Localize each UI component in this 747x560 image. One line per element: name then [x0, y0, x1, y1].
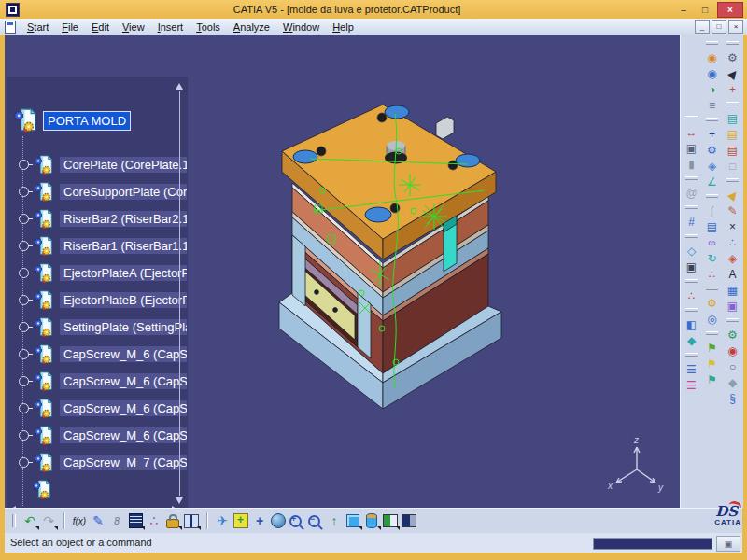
tree-item-7[interactable]: SettingPlate (SettingPlate.1	[13, 314, 188, 341]
tree-item-6[interactable]: EjectorPlateB (EjectorPlateB	[13, 287, 188, 314]
more-options-caret-icon[interactable]	[141, 526, 145, 530]
toolbar-grip[interactable]	[685, 205, 698, 209]
doc-icon[interactable]: □	[724, 158, 741, 174]
sync-icon[interactable]: ↻	[703, 250, 721, 266]
toolbar-grip[interactable]	[706, 331, 718, 335]
undo-button[interactable]: ↶	[21, 511, 38, 530]
compass-icon[interactable]: +	[703, 126, 721, 142]
toolbar-grip[interactable]	[685, 279, 698, 283]
solids-icon[interactable]: ◈	[703, 158, 721, 174]
tree-item-label[interactable]: CapScrew_M_7 (CapScrew_	[60, 455, 187, 470]
more-options-caret-icon[interactable]	[35, 526, 39, 530]
tree-item-11[interactable]: CapScrew_M_6 (CapScrew_	[13, 422, 188, 449]
design-table-button[interactable]	[127, 511, 144, 530]
gear-doc-blue-icon[interactable]: ▤	[724, 110, 741, 126]
tree-item-label[interactable]: RiserBar2 (RiserBar2.1)	[60, 211, 187, 227]
tree-item-2[interactable]: CoreSupportPlate (CoreSup	[13, 178, 188, 205]
expand-toggle-icon[interactable]	[19, 403, 29, 413]
formula-button[interactable]: f(x)	[71, 511, 88, 530]
split-view-button[interactable]	[183, 511, 200, 530]
tree-item-5[interactable]: EjectorPlateA (EjectorPlateA	[13, 259, 188, 287]
menu-tools[interactable]: Tools	[190, 21, 227, 33]
globe-camera-icon[interactable]: ◉	[703, 65, 721, 81]
menu-analyze[interactable]: Analyze	[227, 21, 276, 33]
zoom-out-button[interactable]	[307, 511, 324, 530]
tree-item-label[interactable]: EjectorPlateA (EjectorPlateA	[60, 265, 187, 281]
expand-toggle-icon[interactable]	[19, 457, 29, 468]
tree-list-icon[interactable]: ☰	[683, 361, 700, 377]
menu-edit[interactable]: Edit	[85, 21, 116, 33]
expand-toggle-icon[interactable]	[19, 268, 29, 278]
stretch-view-icon[interactable]: ↔	[683, 124, 700, 140]
toolbar-grip[interactable]	[685, 308, 698, 312]
shaded-view-button[interactable]	[363, 511, 380, 530]
lasso-icon[interactable]: ○	[724, 358, 741, 374]
paint-disc-icon[interactable]: ◉	[703, 49, 721, 65]
grid-axes-icon[interactable]: #	[683, 214, 700, 230]
fly-mode-button[interactable]: ✈	[214, 511, 231, 530]
boxes-icon[interactable]: ◈	[724, 250, 741, 266]
gear-update-icon[interactable]: ⚙	[724, 327, 741, 343]
paint-box-icon[interactable]: ◆	[683, 332, 700, 348]
record-icon[interactable]: ◉	[724, 343, 741, 358]
camera-icon[interactable]: ▣	[683, 259, 700, 274]
presenter-icon[interactable]: ▣	[724, 298, 741, 314]
nodes-icon[interactable]: ∴	[724, 234, 741, 250]
tree-item-10[interactable]: CapScrew_M_6 (CapScrew_	[13, 395, 188, 422]
minimize-button[interactable]: –	[674, 3, 693, 17]
expand-toggle-icon[interactable]	[19, 241, 29, 251]
power-input[interactable]	[593, 538, 712, 550]
more-options-caret-icon[interactable]	[396, 526, 400, 530]
toolbar-grip[interactable]	[726, 102, 739, 105]
spray-can-icon[interactable]: ▮	[683, 156, 700, 172]
more-options-caret-icon[interactable]	[54, 526, 58, 530]
expand-toggle-icon[interactable]	[19, 322, 29, 332]
toolbar-grip[interactable]	[685, 234, 698, 238]
mdi-minimize-button[interactable]: _	[695, 20, 710, 34]
tree-item-label[interactable]: CapScrew_M_6 (CapScrew_	[60, 346, 187, 362]
tree-list-alt-icon[interactable]: ☰	[683, 377, 700, 393]
flag-green-icon[interactable]: ⚑	[703, 340, 721, 356]
gearbox-icon[interactable]: ⚙	[703, 142, 721, 158]
specification-tree[interactable]: PORTA MOLD CorePlate (CorePlate.1)CoreSu…	[7, 77, 188, 508]
erase-cursor-icon[interactable]: ×	[724, 218, 741, 234]
expand-toggle-icon[interactable]	[19, 349, 29, 359]
toolbar-grip[interactable]	[726, 178, 739, 182]
pan-button[interactable]: +	[251, 511, 268, 530]
tree-item-label[interactable]: EjectorPlateB (EjectorPlateB	[60, 292, 187, 308]
flag-yellow-icon[interactable]: ⚑	[703, 356, 721, 371]
toolbar-grip[interactable]	[12, 514, 16, 527]
expand-toggle-icon[interactable]	[19, 214, 29, 224]
tree-item-label[interactable]: CoreSupportPlate (CoreSup	[60, 184, 187, 200]
menu-insert[interactable]: Insert	[151, 21, 190, 33]
menu-start[interactable]: Start	[21, 21, 55, 33]
text-frame-icon[interactable]: A	[724, 266, 741, 282]
more-options-caret-icon[interactable]	[377, 526, 381, 530]
tree-item-label[interactable]: CapScrew_M_6 (CapScrew_	[60, 427, 187, 443]
hide-show-button[interactable]	[382, 511, 399, 530]
toolbar-grip[interactable]	[726, 41, 739, 45]
mold-model[interactable]	[268, 99, 507, 411]
tree-item-1[interactable]: CorePlate (CorePlate.1)	[13, 151, 188, 178]
point-grid-icon[interactable]: ∴	[683, 287, 700, 303]
menu-help[interactable]: Help	[326, 21, 360, 33]
iso-view-button[interactable]	[345, 511, 361, 530]
swap-space-button[interactable]	[401, 511, 417, 530]
tree-item-partial[interactable]	[13, 476, 188, 503]
film-window-icon[interactable]: ▦	[724, 282, 741, 298]
paperclip-icon[interactable]: ∫	[703, 203, 721, 218]
box-arrow-icon[interactable]: ◧	[683, 316, 700, 332]
mdi-close-button[interactable]: ×	[728, 20, 743, 34]
rotate-button[interactable]	[270, 511, 287, 530]
gear-assembly-icon[interactable]: ⚙	[703, 295, 721, 311]
redo-button[interactable]: ↷	[40, 511, 57, 530]
tree-vertical-scrollbar[interactable]	[179, 91, 180, 496]
tree-item-label[interactable]: RiserBar1 (RiserBar1.1)	[60, 238, 187, 254]
zoom-in-button[interactable]	[289, 511, 305, 530]
statistics-icon[interactable]: ≡	[703, 97, 721, 113]
tree-item-9[interactable]: CapScrew_M_6 (CapScrew_	[13, 368, 188, 395]
gear-doc-red-icon[interactable]: ▤	[724, 142, 741, 158]
document-icon[interactable]	[5, 21, 16, 34]
toolbar-grip[interactable]	[685, 116, 698, 119]
toolbar-grip[interactable]	[706, 118, 718, 121]
